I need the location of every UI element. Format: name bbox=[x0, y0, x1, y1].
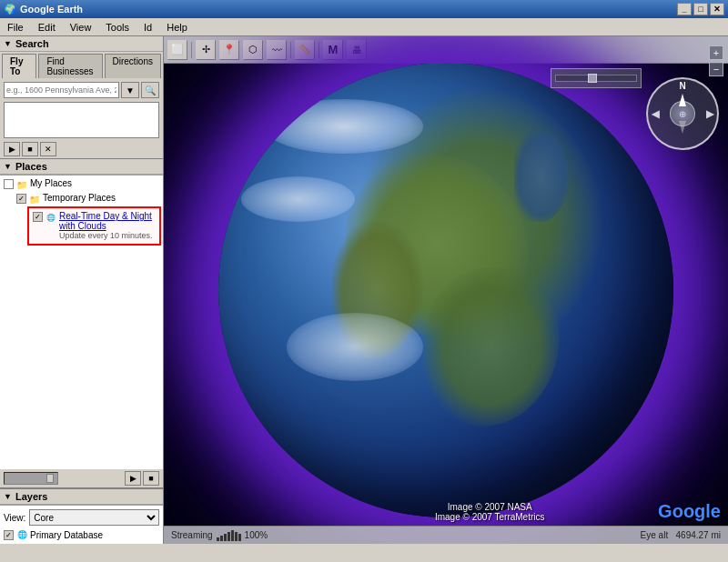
compass-ring[interactable]: N ◀ ▶ ⊕ bbox=[646, 77, 719, 150]
window-controls[interactable]: _ □ ✕ bbox=[677, 3, 724, 15]
status-bar: Streaming 100% Eye alt 4694.27 mi bbox=[164, 526, 728, 544]
app-title: Google Earth bbox=[20, 4, 83, 15]
search-header[interactable]: ▼ Search bbox=[0, 36, 163, 52]
layers-section: ▼ Layers View: Core Earth Gallery Featur… bbox=[0, 488, 163, 544]
my-places-icon: 📁 bbox=[15, 178, 28, 191]
stream-bar-6 bbox=[235, 532, 238, 541]
layers-view-select[interactable]: Core Earth Gallery Featured Content bbox=[29, 509, 159, 526]
search-stop-button[interactable]: ■ bbox=[22, 142, 38, 156]
realtime-checkbox[interactable]: ✓ bbox=[33, 212, 43, 222]
list-item: ✓ 🌐 Primary Database bbox=[4, 527, 159, 542]
search-input[interactable] bbox=[4, 82, 119, 98]
search-play-button[interactable]: ▶ bbox=[4, 142, 20, 156]
eye-alt-label: Eye alt bbox=[641, 530, 669, 540]
menu-tools[interactable]: Tools bbox=[102, 20, 133, 35]
places-stop-button[interactable]: ■ bbox=[143, 471, 159, 486]
cloud-2 bbox=[241, 176, 355, 222]
toggle-sidebar-button[interactable]: ⬜ bbox=[167, 40, 187, 60]
overview-slider[interactable] bbox=[555, 75, 637, 82]
stream-bar-4 bbox=[228, 532, 230, 541]
realtime-icon: 🌐 bbox=[45, 211, 57, 224]
email-map-button[interactable]: M bbox=[323, 40, 343, 60]
draw-path-button[interactable]: 〰 bbox=[267, 40, 287, 60]
menu-view[interactable]: View bbox=[66, 20, 96, 35]
layers-header[interactable]: ▼ Layers bbox=[0, 489, 163, 505]
list-item: ✓ 📁 Temporary Places bbox=[15, 192, 161, 206]
places-tree: 📁 My Places ✓ 📁 Temporary Places ✓ bbox=[0, 175, 163, 469]
overview-box bbox=[551, 68, 642, 88]
main-container: ▼ Search Fly To Find Businesses Directio… bbox=[0, 36, 728, 544]
menu-help[interactable]: Help bbox=[163, 20, 191, 35]
streaming-percent: 100% bbox=[245, 530, 268, 540]
search-close-button[interactable]: ✕ bbox=[40, 142, 56, 156]
realtime-label-block: Real-Time Day & Night with Clouds Update… bbox=[59, 211, 156, 241]
layers-content: View: Core Earth Gallery Featured Conten… bbox=[0, 505, 163, 544]
search-section: ▼ Search Fly To Find Businesses Directio… bbox=[0, 36, 163, 159]
map-copyright: Image © 2007 NASA Image © 2007 TerraMetr… bbox=[435, 502, 545, 522]
opacity-slider[interactable] bbox=[4, 472, 58, 485]
menu-edit[interactable]: Edit bbox=[35, 20, 59, 35]
draw-placemark-button[interactable]: 📍 bbox=[219, 40, 239, 60]
primary-db-label: Primary Database bbox=[30, 530, 103, 540]
temporary-places-label: Temporary Places bbox=[43, 193, 116, 204]
layers-label: Layers bbox=[15, 491, 47, 502]
left-panel: ▼ Search Fly To Find Businesses Directio… bbox=[0, 36, 164, 544]
places-bottom-controls: ▶ ■ bbox=[0, 469, 163, 487]
layers-view-label: View: bbox=[4, 513, 25, 523]
title-bar-left: 🌍 Google Earth bbox=[4, 4, 83, 15]
nav-compass[interactable]: N ◀ ▶ ⊕ bbox=[646, 77, 719, 150]
places-collapse-arrow: ▼ bbox=[4, 162, 12, 171]
temporary-places-icon: 📁 bbox=[28, 193, 41, 206]
move-tool-button[interactable]: ✢ bbox=[196, 40, 216, 60]
compass-south-arrow bbox=[679, 121, 686, 134]
temporary-places-row: ✓ 📁 Temporary Places bbox=[2, 192, 161, 206]
streaming-label: Streaming bbox=[171, 530, 213, 540]
compass-right-button[interactable]: ▶ bbox=[706, 108, 713, 120]
opacity-slider-thumb bbox=[46, 474, 54, 483]
land-sea-japan bbox=[514, 131, 569, 222]
my-places-label: My Places bbox=[30, 178, 72, 189]
stream-bar-5 bbox=[231, 530, 234, 541]
places-play-button[interactable]: ▶ bbox=[125, 471, 141, 486]
overview-slider-thumb bbox=[588, 74, 597, 83]
realtime-sublabel: Update every 10 minutes. bbox=[59, 231, 156, 241]
tab-fly-to[interactable]: Fly To bbox=[2, 54, 36, 78]
tab-directions[interactable]: Directions bbox=[105, 54, 161, 78]
temporary-places-checkbox[interactable]: ✓ bbox=[16, 194, 26, 204]
eye-alt-area: Eye alt 4694.27 mi bbox=[641, 530, 721, 540]
globe[interactable] bbox=[218, 63, 673, 517]
primary-db-checkbox[interactable]: ✓ bbox=[4, 530, 14, 540]
places-header[interactable]: ▼ Places bbox=[0, 159, 163, 175]
zoom-out-button[interactable]: − bbox=[709, 62, 723, 76]
zoom-in-button[interactable]: + bbox=[709, 45, 723, 60]
draw-polygon-button[interactable]: ⬡ bbox=[243, 40, 263, 60]
opacity-slider-container bbox=[4, 472, 58, 485]
my-places-checkbox[interactable] bbox=[4, 179, 14, 189]
close-button[interactable]: ✕ bbox=[710, 3, 724, 15]
search-go-button[interactable]: 🔍 bbox=[141, 82, 159, 98]
stream-bar-1 bbox=[217, 537, 219, 541]
search-input-row: ▼ 🔍 bbox=[0, 78, 163, 100]
list-item: 📁 My Places bbox=[2, 177, 161, 192]
minimize-button[interactable]: _ bbox=[677, 3, 692, 15]
stream-bars bbox=[217, 530, 241, 541]
stream-bar-7 bbox=[238, 534, 241, 541]
menu-id[interactable]: Id bbox=[140, 20, 156, 35]
print-map-button[interactable]: 🖶 bbox=[347, 40, 367, 60]
realtime-highlighted-box: ✓ 🌐 Real-Time Day & Night with Clouds Up… bbox=[27, 206, 161, 246]
realtime-item-container: ✓ 🌐 Real-Time Day & Night with Clouds Up… bbox=[2, 206, 161, 246]
map-area[interactable]: ⬜ ✢ 📍 ⬡ 〰 📏 M 🖶 bbox=[164, 36, 728, 544]
tab-find-businesses[interactable]: Find Businesses bbox=[38, 54, 102, 78]
ruler-map-button[interactable]: 📏 bbox=[295, 40, 315, 60]
layers-view-row: View: Core Earth Gallery Featured Conten… bbox=[4, 507, 159, 527]
search-controls: ▶ ■ ✕ bbox=[0, 140, 163, 158]
maximize-button[interactable]: □ bbox=[693, 3, 708, 15]
search-dropdown-btn[interactable]: ▼ bbox=[121, 82, 139, 98]
google-logo: Google bbox=[658, 501, 721, 522]
stream-bar-3 bbox=[224, 534, 227, 541]
realtime-link[interactable]: Real-Time Day & Night with Clouds bbox=[59, 211, 152, 231]
places-label: Places bbox=[15, 161, 47, 172]
compass-left-button[interactable]: ◀ bbox=[652, 108, 659, 120]
menu-file[interactable]: File bbox=[4, 20, 27, 35]
eye-alt-value: 4694.27 mi bbox=[676, 530, 721, 540]
